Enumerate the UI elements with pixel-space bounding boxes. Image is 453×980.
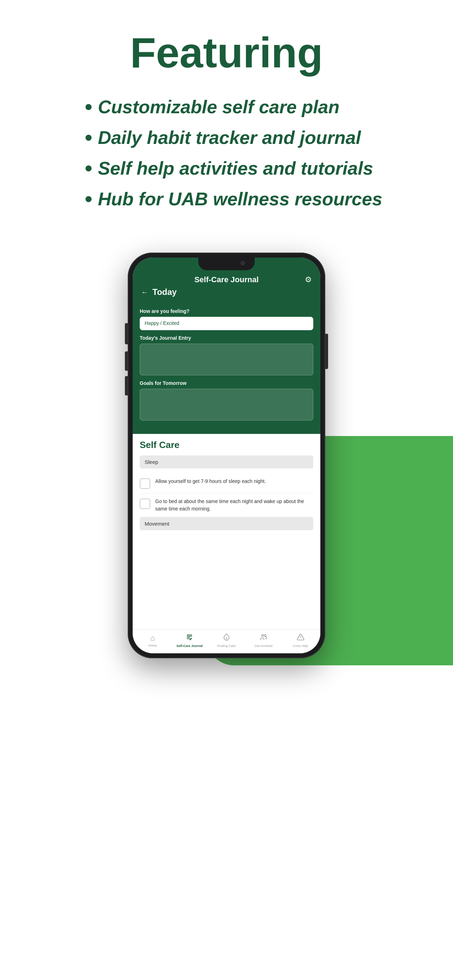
feature-item: •Daily habit tracker and journal — [85, 125, 382, 150]
main-title: Featuring — [28, 28, 425, 77]
nav-label-calm: Finding Calm — [217, 644, 236, 648]
self-care-title: Self Care — [140, 439, 313, 450]
self-care-section: Self Care Sleep Allow yourself to get 7-… — [133, 434, 320, 541]
app-title-row: Self-Care Journal ⚙ — [141, 275, 312, 284]
back-button[interactable]: ← — [141, 288, 148, 296]
sleep-checkbox-1[interactable] — [140, 478, 150, 489]
feature-text: Daily habit tracker and journal — [98, 127, 361, 148]
phone-screen: Self-Care Journal ⚙ ← Today How are you … — [133, 258, 320, 653]
sleep-checkbox-2[interactable] — [140, 498, 150, 509]
silent-switch — [125, 327, 128, 341]
nav-label-crisis: Crisis Help — [293, 644, 308, 648]
feature-item: •Hub for UAB wellness resources — [85, 187, 382, 211]
bullet: • — [85, 187, 92, 211]
feature-item: •Customizable self care plan — [85, 95, 382, 119]
today-label: Today — [153, 287, 177, 297]
svg-point-1 — [261, 635, 264, 637]
movement-category-header: Movement — [140, 517, 313, 530]
nav-item-crisis[interactable]: Crisis Help — [282, 633, 319, 648]
journal-section: How are you feeling? Happy / Excited Tod… — [133, 303, 320, 434]
crisis-help-icon — [297, 633, 304, 643]
feature-text: Self help activities and tutorials — [98, 158, 373, 179]
nav-item-calm[interactable]: Finding Calm — [208, 633, 245, 648]
home-icon: ⌂ — [150, 633, 155, 643]
scroll-content[interactable]: How are you feeling? Happy / Excited Tod… — [133, 303, 320, 629]
front-camera — [241, 261, 245, 265]
svg-point-2 — [264, 635, 266, 637]
vol-up-button — [125, 352, 128, 371]
nav-item-involved[interactable]: Get Involved — [245, 633, 282, 648]
feature-item: •Self help activities and tutorials — [85, 156, 382, 180]
feeling-label: How are you feeling? — [140, 308, 313, 314]
bullet: • — [85, 125, 92, 150]
app-content: Self-Care Journal ⚙ ← Today How are you … — [133, 258, 320, 653]
phone-wrapper: Self-Care Journal ⚙ ← Today How are you … — [0, 231, 453, 686]
journal-label: Today's Journal Entry — [140, 335, 313, 341]
feature-text: Hub for UAB wellness resources — [98, 188, 382, 210]
nav-item-home[interactable]: ⌂ Home — [134, 633, 171, 648]
sleep-item-1: Allow yourself to get 7-9 hours of sleep… — [140, 473, 313, 493]
sleep-text-1: Allow yourself to get 7-9 hours of sleep… — [155, 478, 266, 485]
phone-frame: Self-Care Journal ⚙ ← Today How are you … — [128, 253, 325, 658]
bottom-nav: ⌂ Home Self-Care Journal — [133, 629, 320, 653]
nav-label-involved: Get Involved — [255, 644, 273, 648]
bullet: • — [85, 156, 92, 180]
features-list: •Customizable self care plan•Daily habit… — [85, 95, 382, 217]
goals-label: Goals for Tomorrow — [140, 380, 313, 386]
sleep-category-header: Sleep — [140, 455, 313, 468]
nav-item-journal[interactable]: Self-Care Journal — [171, 633, 208, 648]
sleep-item-2: Go to bed at about the same time each ni… — [140, 493, 313, 517]
vol-down-button — [125, 376, 128, 395]
nav-label-home: Home — [148, 644, 157, 648]
nav-label-journal: Self-Care Journal — [176, 644, 203, 648]
nav-row: ← Today — [141, 287, 312, 297]
journal-icon — [186, 633, 193, 643]
finding-calm-icon — [223, 633, 230, 643]
gear-icon[interactable]: ⚙ — [305, 275, 312, 284]
app-title: Self-Care Journal — [194, 275, 259, 284]
header-section: Featuring •Customizable self care plan•D… — [0, 0, 453, 231]
goals-textarea[interactable] — [140, 389, 313, 420]
notch — [198, 258, 255, 270]
journal-textarea[interactable] — [140, 344, 313, 375]
feature-text: Customizable self care plan — [98, 96, 339, 118]
get-involved-icon — [260, 633, 267, 643]
bullet: • — [85, 95, 92, 119]
sleep-text-2: Go to bed at about the same time each ni… — [155, 498, 313, 512]
feeling-input[interactable]: Happy / Excited — [140, 317, 313, 330]
